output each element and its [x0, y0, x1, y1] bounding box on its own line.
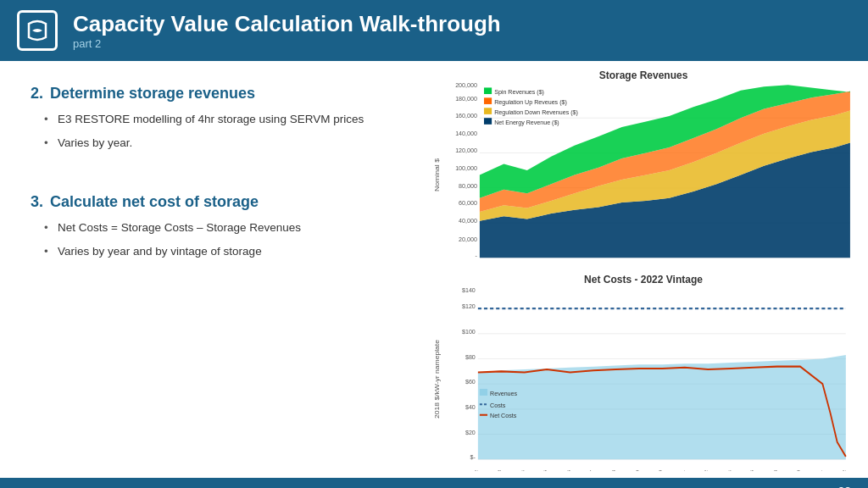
section-2-bullets: E3 RESTORE modelling of 4hr storage usin…	[31, 111, 400, 151]
svg-text:2034: 2034	[726, 469, 732, 471]
svg-rect-41	[484, 108, 492, 114]
svg-text:$100: $100	[462, 327, 476, 336]
svg-text:2041: 2041	[818, 469, 824, 471]
bullet-3-1: Net Costs = Storage Costs – Storage Reve…	[44, 219, 400, 236]
svg-text:$-: $-	[470, 453, 476, 462]
svg-text:Nominal $: Nominal $	[432, 158, 441, 191]
svg-text:2027: 2027	[588, 469, 594, 471]
section-3-title: 3. Calculate net cost of storage	[31, 193, 400, 211]
svg-text:2042: 2042	[841, 469, 847, 471]
bullet-2-1: E3 RESTORE modelling of 4hr storage usin…	[44, 111, 400, 128]
section-2: 2. Determine storage revenues E3 RESTORE…	[31, 85, 400, 158]
svg-text:20,000: 20,000	[459, 235, 477, 242]
page-subtitle: part 2	[73, 37, 501, 50]
svg-text:2029: 2029	[634, 469, 640, 471]
chart-2-title: Net Costs - 2022 Vintage	[432, 274, 854, 286]
section-3-num: 3.	[31, 193, 43, 211]
left-panel: 2. Determine storage revenues E3 RESTORE…	[0, 61, 424, 478]
net-costs-chart: Net Costs - 2022 Vintage 2018 $/kW-yr na…	[432, 274, 854, 474]
svg-text:$60: $60	[465, 378, 476, 386]
svg-text:2036: 2036	[748, 469, 754, 471]
svg-text:Spin Revenues ($): Spin Revenues ($)	[494, 88, 544, 96]
bullet-2-2: Varies by year.	[44, 135, 400, 152]
svg-text:2022: 2022	[473, 469, 479, 471]
svg-text:$80: $80	[465, 352, 476, 361]
svg-text:200,000: 200,000	[455, 83, 477, 89]
svg-text:160,000: 160,000	[455, 112, 477, 119]
svg-text:Net Energy Revenue ($): Net Energy Revenue ($)	[494, 119, 559, 126]
right-panel: Storage Revenues Nominal $ - 20,000 40,0…	[424, 61, 868, 478]
svg-text:Revenues: Revenues	[490, 390, 517, 398]
svg-text:2040: 2040	[795, 469, 801, 471]
svg-text:2025: 2025	[542, 469, 548, 471]
svg-text:40,000: 40,000	[459, 217, 477, 225]
section-3-bullets: Net Costs = Storage Costs – Storage Reve…	[31, 219, 400, 259]
svg-text:2032: 2032	[704, 469, 709, 471]
svg-rect-79	[480, 389, 487, 396]
svg-text:100,000: 100,000	[455, 164, 477, 172]
section-2-heading: Determine storage revenues	[50, 85, 255, 103]
storage-revenues-chart: Storage Revenues Nominal $ - 20,000 40,0…	[432, 69, 854, 270]
svg-text:120,000: 120,000	[455, 147, 477, 154]
main-content: 2. Determine storage revenues E3 RESTORE…	[0, 61, 868, 478]
bullet-3-2: Varies by year and by vintage of storage	[44, 243, 400, 260]
svg-text:2018 $/kW-yr nameplate: 2018 $/kW-yr nameplate	[434, 339, 441, 419]
svg-text:180,000: 180,000	[455, 94, 477, 102]
svg-text:2038: 2038	[772, 469, 778, 471]
page-number: 23	[837, 485, 851, 488]
svg-text:Net Costs: Net Costs	[490, 412, 516, 420]
svg-text:$20: $20	[465, 428, 476, 436]
chart-2-area: 2018 $/kW-yr nameplate $- $20 $40 $60 $8…	[432, 287, 854, 471]
svg-text:2024: 2024	[520, 469, 526, 471]
svg-text:60,000: 60,000	[459, 199, 477, 207]
header-text: Capacity Value Calculation Walk-through …	[73, 11, 501, 50]
header: Capacity Value Calculation Walk-through …	[0, 0, 868, 61]
svg-text:Regulation Down Revenues ($): Regulation Down Revenues ($)	[494, 108, 578, 116]
page-title: Capacity Value Calculation Walk-through	[73, 11, 501, 37]
svg-text:$120: $120	[462, 302, 476, 311]
svg-rect-39	[484, 97, 492, 104]
section-2-title: 2. Determine storage revenues	[31, 85, 400, 103]
svg-text:2028: 2028	[611, 469, 617, 471]
footer: Energy+Environmental Economics 23	[0, 478, 868, 488]
svg-text:Costs: Costs	[490, 401, 505, 409]
svg-rect-43	[484, 118, 492, 125]
svg-text:2023: 2023	[497, 469, 503, 471]
svg-text:$40: $40	[465, 403, 476, 412]
svg-text:$140: $140	[462, 287, 476, 294]
svg-text:2026: 2026	[565, 469, 571, 471]
chart-1-area: Nominal $ - 20,000 40,000 60,000 80,000 …	[432, 83, 854, 267]
svg-rect-37	[484, 87, 492, 94]
section-2-num: 2.	[31, 85, 43, 103]
footer-brand: Energy+Environmental Economics	[17, 485, 199, 489]
svg-text:2030: 2030	[658, 469, 664, 471]
chart-1-title: Storage Revenues	[432, 69, 854, 81]
svg-text:140,000: 140,000	[455, 130, 477, 137]
brand-text: Energy	[17, 485, 54, 489]
logo	[17, 10, 58, 51]
svg-text:2031: 2031	[680, 469, 686, 471]
section-3: 3. Calculate net cost of storage Net Cos…	[31, 193, 400, 266]
section-3-heading: Calculate net cost of storage	[50, 193, 259, 211]
svg-text:-: -	[475, 252, 477, 259]
svg-text:Regulation Up Reveues ($): Regulation Up Reveues ($)	[494, 98, 567, 106]
svg-text:80,000: 80,000	[459, 181, 477, 189]
